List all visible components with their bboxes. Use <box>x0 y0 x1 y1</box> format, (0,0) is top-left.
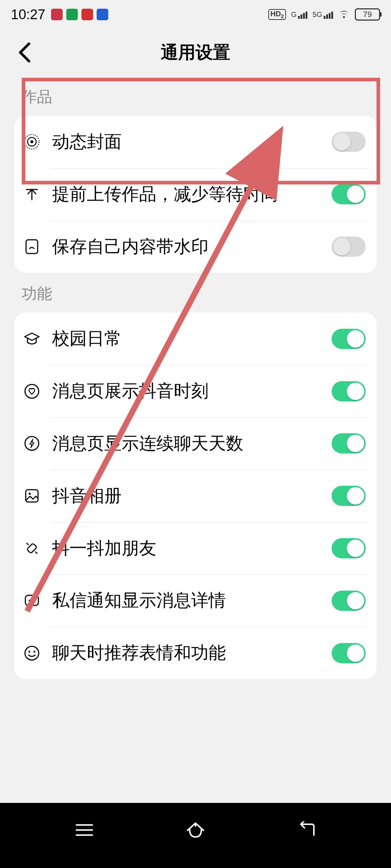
row-label: 校园日常 <box>52 327 321 350</box>
battery-indicator: 79 <box>355 8 380 21</box>
row-label: 消息页展示抖音时刻 <box>52 379 321 403</box>
status-right: HD2 G 5G 79 <box>268 8 380 21</box>
row-label: 提前上传作品，减少等待时间 <box>52 183 321 206</box>
row-dm-detail[interactable]: 私信通知显示消息详情 <box>14 574 377 627</box>
row-label: 抖一抖加朋友 <box>52 537 321 560</box>
emoji-icon <box>22 643 42 663</box>
svg-point-4 <box>25 384 39 398</box>
svg-rect-3 <box>26 240 38 254</box>
toggle-watermark[interactable] <box>332 237 366 257</box>
toggle-dynamic-cover[interactable] <box>332 132 366 152</box>
svg-point-2 <box>30 140 33 143</box>
message-detail-icon <box>22 591 42 611</box>
page-title: 通用设置 <box>161 41 230 64</box>
wifi-icon <box>338 9 350 21</box>
upload-arrow-icon <box>22 184 42 204</box>
row-chat-days[interactable]: 消息页显示连续聊天天数 <box>14 417 377 470</box>
system-nav-bar <box>0 803 391 868</box>
toggle-pre-upload[interactable] <box>332 184 366 204</box>
graduation-cap-icon <box>22 329 42 349</box>
svg-point-12 <box>29 651 30 652</box>
row-douyin-moment[interactable]: 消息页展示抖音时刻 <box>14 365 377 417</box>
save-icon <box>22 237 42 257</box>
status-bar: 10:27 HD2 G 5G 79 <box>0 0 391 29</box>
section-label-features: 功能 <box>0 273 391 312</box>
nav-home-button[interactable] <box>174 819 217 841</box>
row-label: 消息页显示连续聊天天数 <box>52 432 321 455</box>
svg-point-13 <box>34 651 35 652</box>
row-emoji-suggestion[interactable]: 聊天时推荐表情和功能 <box>14 627 377 679</box>
toggle-douyin-moment[interactable] <box>332 381 366 401</box>
svg-point-11 <box>25 646 39 660</box>
row-label: 抖音相册 <box>52 484 321 508</box>
row-album[interactable]: 抖音相册 <box>14 470 377 522</box>
network-5g-indicator: 5G <box>312 10 333 19</box>
target-icon <box>22 132 42 152</box>
toggle-dm-detail[interactable] <box>332 591 366 611</box>
hd-icon: HD2 <box>268 9 286 20</box>
lightning-icon <box>22 433 42 454</box>
toggle-emoji-suggestion[interactable] <box>332 643 366 663</box>
toggle-shake[interactable] <box>332 538 366 558</box>
back-button[interactable] <box>14 42 35 63</box>
row-label: 动态封面 <box>52 130 321 154</box>
toggle-album[interactable] <box>332 486 366 506</box>
image-icon <box>22 486 42 506</box>
shake-icon <box>22 538 42 558</box>
network-g-indicator: G <box>291 10 308 19</box>
nav-recent-button[interactable] <box>63 819 106 841</box>
row-campus[interactable]: 校园日常 <box>14 312 377 365</box>
row-label: 私信通知显示消息详情 <box>52 589 321 612</box>
row-label: 聊天时推荐表情和功能 <box>52 641 321 665</box>
row-label: 保存自己内容带水印 <box>52 235 321 259</box>
status-app-icons <box>51 9 108 20</box>
status-time: 10:27 <box>11 7 45 22</box>
toggle-chat-days[interactable] <box>332 433 366 454</box>
heart-circle-icon <box>22 381 42 401</box>
row-shake[interactable]: 抖一抖加朋友 <box>14 522 377 575</box>
page-header: 通用设置 <box>0 29 391 76</box>
features-card: 校园日常 消息页展示抖音时刻 消息页显示连续聊天天数 抖音相册 抖一抖加朋友 私 <box>14 312 377 679</box>
row-dynamic-cover[interactable]: 动态封面 <box>14 116 377 168</box>
svg-point-7 <box>29 493 31 495</box>
section-label-works: 作品 <box>0 76 391 116</box>
row-watermark[interactable]: 保存自己内容带水印 <box>14 221 377 273</box>
row-pre-upload[interactable]: 提前上传作品，减少等待时间 <box>14 168 377 221</box>
toggle-campus[interactable] <box>332 329 366 349</box>
works-card: 动态封面 提前上传作品，减少等待时间 保存自己内容带水印 <box>14 116 377 273</box>
nav-back-button[interactable] <box>285 819 328 841</box>
svg-point-5 <box>25 437 39 450</box>
